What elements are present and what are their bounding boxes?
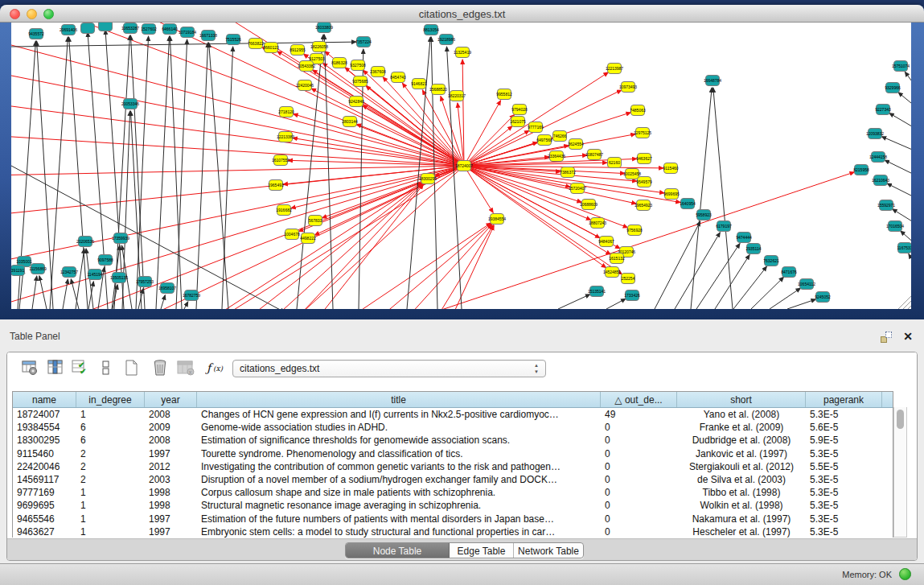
table-row[interactable]: 977716911998Corpus callosum shape and si…: [13, 486, 893, 499]
citation-network-graph[interactable]: 1872400794355722069140610653287152760264…: [11, 23, 911, 309]
graph-node-label: 9435572: [28, 31, 44, 36]
graph-edge: [407, 37, 430, 309]
graph-node-label: 1035001: [16, 259, 32, 264]
delete-button[interactable]: [150, 358, 170, 379]
table-cell: 1997: [145, 525, 197, 538]
memory-status-icon[interactable]: [899, 568, 911, 580]
rows-button[interactable]: [97, 358, 117, 379]
validate-table-button[interactable]: ✔✔: [70, 358, 89, 379]
tab-edge-table[interactable]: Edge Table: [450, 543, 514, 558]
table-row[interactable]: 1872400712008Changes of HCN gene express…: [13, 408, 893, 421]
graph-edge: [11, 103, 464, 166]
graph-edge: [606, 299, 626, 309]
column-header-name[interactable]: name: [13, 392, 76, 407]
graph-node-label: 8454743: [390, 75, 406, 80]
graph-node-label: 9463627: [636, 156, 652, 161]
graph-node-label: 7632621: [763, 258, 779, 263]
graph-node-label: 16671338: [199, 33, 217, 38]
status-bar: Memory: OK: [0, 563, 924, 585]
table-cell: Corpus callosum shape and size in male p…: [197, 486, 601, 499]
graph-node-label: 15135141: [588, 289, 606, 294]
graph-node-label: 12444158: [869, 154, 887, 159]
graph-edge: [11, 166, 464, 175]
table-row[interactable]: 1456911722003Disruption of a novel membe…: [13, 473, 893, 486]
network-table-select[interactable]: citations_edges.txt ▲▼: [232, 360, 546, 377]
select-columns-button[interactable]: [46, 358, 65, 379]
column-header-out_de[interactable]: △ out_de...: [601, 392, 677, 407]
table-cell: 0: [601, 460, 677, 473]
graph-edge: [290, 184, 423, 309]
table-row[interactable]: 1938455462009Genome-wide association stu…: [13, 421, 893, 434]
graph-node-label: 2803144: [342, 119, 358, 124]
graph-edge: [889, 113, 911, 129]
svg-text:(x): (x): [213, 365, 224, 373]
graph-node-label: 17957253: [136, 279, 154, 284]
network-canvas[interactable]: 1872400794355722069140610653287152760264…: [11, 23, 911, 309]
tab-node-table[interactable]: Node Table: [346, 543, 450, 558]
window-titlebar[interactable]: citations_edges.txt: [0, 5, 924, 23]
graph-node-label: 9242848: [348, 99, 364, 104]
column-header-title[interactable]: title: [197, 392, 601, 407]
table-settings-button[interactable]: [20, 358, 39, 379]
table-cell: 0: [601, 447, 677, 460]
graph-node[interactable]: [81, 23, 95, 34]
graph-node-label: 6179197: [716, 224, 732, 229]
table-scrollbar[interactable]: [893, 407, 907, 538]
graph-node-label: 1145194: [87, 272, 102, 277]
table-cell: 49: [601, 408, 677, 421]
graph-node-label: 12093832: [866, 131, 884, 136]
graph-node-label: 9794028: [511, 107, 528, 112]
float-panel-icon[interactable]: [881, 332, 892, 343]
column-header-in_degree[interactable]: in_degree: [76, 392, 145, 407]
graph-node[interactable]: [99, 23, 113, 31]
table-row[interactable]: 969969511998Structural magnetic resonanc…: [13, 499, 893, 512]
table-row[interactable]: 1830029562008Estimation of significance …: [13, 434, 893, 447]
graph-node-label: 19218986: [437, 37, 455, 42]
graph-node-label: 9227343: [875, 107, 891, 112]
graph-node-label: 17016504: [886, 224, 904, 229]
graph-edge: [176, 39, 187, 309]
table-cell: 0: [601, 525, 677, 538]
table-cell: 0: [601, 499, 677, 512]
column-header-year[interactable]: year: [145, 392, 197, 407]
graph-node-label: 4498222: [300, 236, 316, 241]
tab-network-table[interactable]: Network Table: [514, 543, 583, 558]
graph-node-label: 12342757: [60, 270, 78, 274]
resize-grip-icon: [903, 301, 911, 309]
graph-node-label: 18724007: [455, 163, 473, 168]
graph-node-label: 10654112: [798, 282, 815, 286]
svg-text:✔: ✔: [80, 367, 86, 376]
graph-node-label: 3624554: [568, 142, 584, 146]
table-cell: 2012: [145, 460, 197, 473]
graph-edge: [909, 254, 911, 266]
close-panel-icon[interactable]: ✕: [903, 330, 913, 343]
scrollbar-thumb[interactable]: [897, 410, 904, 429]
graph-node-label: 252254: [622, 276, 635, 281]
table-row[interactable]: 946362711997Embryonic stem cells: a mode…: [13, 525, 893, 538]
table-cell: de Silva et al. (2003): [677, 473, 806, 486]
table-row[interactable]: 946554611997Estimation of the future num…: [13, 513, 893, 525]
column-header-short[interactable]: short: [677, 392, 806, 407]
graph-edge: [558, 295, 590, 309]
table-cell: 2: [76, 473, 145, 486]
graph-node-label: 16782759: [183, 293, 200, 298]
delete-table-button[interactable]: x: [176, 358, 195, 379]
graph-node-label: 62160: [609, 160, 620, 165]
table-cell: Investigating the contribution of common…: [197, 460, 601, 473]
graph-node-label: 1640954: [680, 201, 696, 206]
graph-node-label: 7485063: [630, 108, 646, 113]
table-cell: 5.3E-5: [806, 525, 882, 538]
graph-node-label: 16033809: [315, 25, 333, 30]
table-cell: 6: [76, 421, 145, 434]
table-row[interactable]: 2242004622012Investigating the contribut…: [13, 460, 893, 473]
table-cell: Stergiakouli et al. (2012): [677, 460, 806, 473]
table-cell: 9777169: [13, 486, 76, 499]
table-cell: 0: [601, 513, 677, 525]
graph-node-label: 7357224: [355, 39, 372, 44]
graph-edge: [905, 72, 911, 87]
table-cell: 1: [76, 486, 145, 499]
new-document-button[interactable]: [122, 358, 142, 379]
column-header-pagerank[interactable]: pagerank: [806, 392, 882, 407]
function-builder-button[interactable]: ƒ(x): [205, 358, 229, 379]
table-row[interactable]: 911546021997Tourette syndrome. Phenomeno…: [13, 447, 893, 460]
